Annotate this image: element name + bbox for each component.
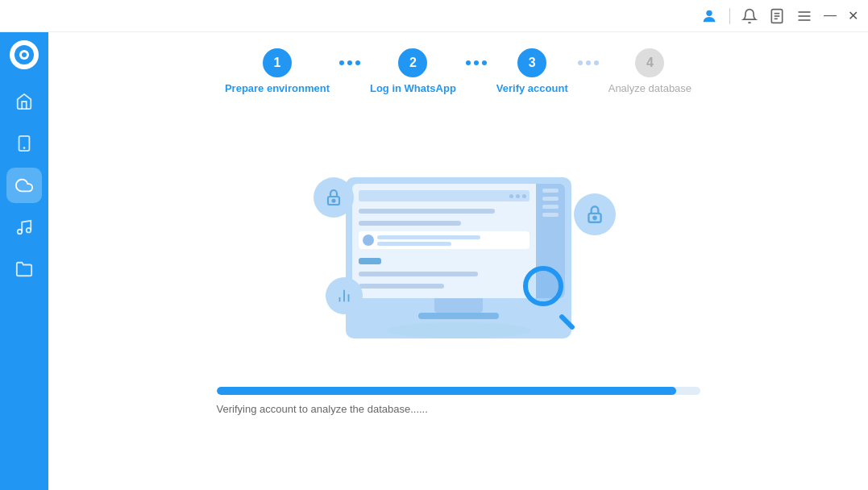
- dot: [578, 60, 583, 65]
- step-2-label: Log in WhatsApp: [370, 82, 456, 94]
- step-3: 3 Verify account: [496, 48, 568, 94]
- bell-icon[interactable]: [741, 8, 758, 24]
- titlebar-divider: [729, 8, 730, 24]
- dot: [482, 60, 487, 65]
- step-2-circle: 2: [398, 48, 427, 77]
- dot: [347, 60, 352, 65]
- dot: [586, 60, 591, 65]
- chart-icon: [326, 277, 363, 314]
- app-body: 1 Prepare environment 2 Log in WhatsApp: [0, 32, 868, 490]
- dots-3-4: [578, 60, 599, 65]
- step-4-circle: 4: [635, 48, 664, 77]
- monitor-shadow: [386, 322, 531, 338]
- illustration-area: Verifying account to analyze the databas…: [48, 102, 868, 490]
- progress-bar-fill: [217, 387, 676, 395]
- screen-line: [359, 209, 496, 214]
- svg-point-0: [706, 10, 712, 15]
- sidebar-item-device[interactable]: [6, 126, 42, 161]
- monitor-stand: [434, 298, 483, 313]
- screen-line: [359, 284, 444, 289]
- magnifier-glass: [523, 266, 563, 306]
- svg-point-10: [22, 52, 27, 57]
- monitor-card: [359, 231, 530, 249]
- sidebar-item-cloud[interactable]: [6, 168, 42, 203]
- card-line: [377, 242, 451, 246]
- dot: [339, 60, 344, 65]
- sidebar-item-files[interactable]: [6, 251, 42, 287]
- step-2: 2 Log in WhatsApp: [370, 48, 456, 94]
- dot: [466, 60, 471, 65]
- dot: [594, 60, 599, 65]
- titlebar: — ✕: [0, 0, 868, 32]
- titlebar-actions: [700, 7, 812, 25]
- dots-1-2: [339, 60, 360, 65]
- sidebar-line: [542, 213, 559, 217]
- sidebar-item-home[interactable]: [6, 84, 42, 119]
- main-content: 1 Prepare environment 2 Log in WhatsApp: [48, 32, 868, 490]
- step-3-circle: 3: [517, 48, 546, 77]
- step-1: 1 Prepare environment: [225, 48, 330, 94]
- step-3-label: Verify account: [496, 82, 568, 94]
- close-button[interactable]: ✕: [848, 8, 858, 23]
- card-line: [377, 235, 481, 239]
- monitor-main-area: [352, 184, 536, 298]
- dot: [522, 194, 526, 198]
- step-4: 4 Analyze database: [608, 48, 691, 94]
- screen-line: [359, 272, 478, 276]
- steps-bar: 1 Prepare environment 2 Log in WhatsApp: [48, 32, 868, 102]
- minimize-button[interactable]: —: [824, 8, 837, 23]
- app-logo: [10, 40, 39, 69]
- avatar-circle: [363, 235, 374, 246]
- dot: [474, 60, 479, 65]
- dots-2-3: [466, 60, 487, 65]
- step-4-label: Analyze database: [608, 82, 691, 94]
- card-lines: [377, 235, 525, 246]
- document-icon[interactable]: [769, 8, 785, 24]
- sidebar-item-music[interactable]: [6, 210, 42, 245]
- window-controls: — ✕: [824, 8, 858, 23]
- sidebar-line: [542, 189, 559, 193]
- dot: [509, 194, 513, 198]
- monitor-button: [359, 258, 381, 264]
- user-icon[interactable]: [700, 7, 718, 25]
- lock-icon-left: [314, 177, 354, 218]
- dot: [355, 60, 360, 65]
- illustration: [289, 153, 628, 363]
- sidebar-line: [542, 205, 559, 209]
- sidebar-line: [542, 197, 559, 201]
- svg-point-21: [593, 217, 596, 219]
- svg-point-14: [27, 228, 31, 233]
- sidebar: [0, 32, 48, 490]
- svg-point-13: [18, 230, 23, 235]
- screen-line: [359, 221, 461, 226]
- lock-icon-right: [574, 193, 616, 235]
- dot: [516, 194, 520, 198]
- magnifier-icon: [523, 266, 579, 322]
- menu-icon[interactable]: [796, 8, 812, 24]
- progress-section: Verifying account to analyze the databas…: [217, 387, 700, 415]
- svg-point-16: [332, 200, 334, 202]
- progress-bar-background: [217, 387, 700, 395]
- step-1-circle: 1: [263, 48, 292, 77]
- monitor-topbar: [359, 190, 530, 201]
- progress-status-text: Verifying account to analyze the databas…: [217, 403, 700, 415]
- step-1-label: Prepare environment: [225, 82, 330, 94]
- monitor-foot: [418, 313, 499, 319]
